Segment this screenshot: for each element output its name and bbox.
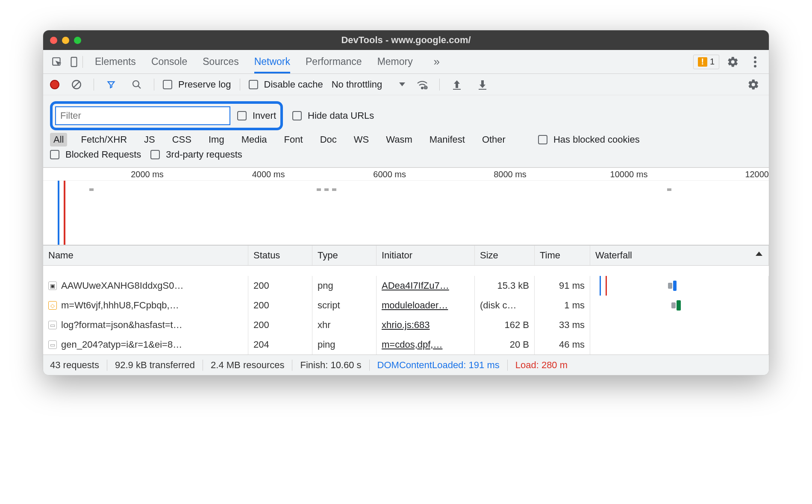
divider — [240, 79, 240, 91]
request-initiator[interactable]: xhrio.js:683 — [377, 315, 475, 335]
record-button[interactable] — [50, 76, 59, 93]
svg-rect-1 — [71, 57, 77, 67]
more-tabs-icon[interactable]: » — [428, 53, 445, 70]
request-initiator[interactable]: moduleloader… — [377, 296, 475, 315]
request-size: 162 B — [475, 315, 535, 335]
svg-rect-12 — [479, 89, 486, 90]
filter-type-img[interactable]: Img — [205, 133, 228, 147]
settings-icon[interactable] — [724, 53, 741, 70]
table-row[interactable]: ▭log?format=json&hasfast=t… 200 xhr xhri… — [43, 315, 769, 335]
search-icon[interactable] — [128, 76, 145, 93]
window-title: DevTools - www.google.com/ — [43, 35, 769, 46]
preserve-log-checkbox[interactable]: Preserve log — [163, 79, 231, 90]
tab-console[interactable]: Console — [151, 50, 187, 73]
warning-icon: ! — [698, 57, 707, 67]
table-row[interactable]: ◇m=Wt6vjf,hhhU8,FCpbqb,… 200 script modu… — [43, 296, 769, 315]
table-row[interactable]: ▣AAWUweXANHG8IddxgS0… 200 png ADea4I7IfZ… — [43, 276, 769, 296]
tab-elements[interactable]: Elements — [95, 50, 136, 73]
filter-type-doc[interactable]: Doc — [317, 133, 340, 147]
download-har-icon[interactable] — [474, 76, 491, 93]
col-waterfall-label: Waterfall — [595, 250, 632, 261]
filter-type-media[interactable]: Media — [238, 133, 271, 147]
disable-cache-label: Disable cache — [264, 79, 323, 90]
request-name: AAWUweXANHG8IddxgS0… — [61, 280, 184, 291]
blocked-requests-label: Blocked Requests — [65, 149, 141, 160]
request-status: 200 — [248, 296, 312, 315]
panel-tabs: Elements Console Sources Network Perform… — [95, 50, 445, 73]
tab-sources[interactable]: Sources — [203, 50, 238, 73]
overview-request-mark — [324, 188, 329, 191]
filter-type-row: All Fetch/XHR JS CSS Img Media Font Doc … — [50, 133, 762, 147]
inspect-icon[interactable] — [48, 53, 65, 70]
clear-icon[interactable] — [68, 76, 85, 93]
filter-type-wasm[interactable]: Wasm — [382, 133, 416, 147]
request-size: 20 B — [475, 335, 535, 355]
col-name[interactable]: Name — [43, 246, 248, 265]
network-conditions-icon[interactable] — [414, 76, 431, 93]
divider — [292, 360, 292, 371]
has-blocked-cookies-label: Has blocked cookies — [553, 134, 640, 145]
request-name: log?format=json&hasfast=t… — [61, 319, 182, 331]
filter-type-other[interactable]: Other — [479, 133, 509, 147]
throttling-select[interactable]: No throttling — [332, 79, 406, 90]
filter-input[interactable] — [55, 106, 230, 125]
request-type: script — [312, 296, 377, 315]
preserve-log-label: Preserve log — [178, 79, 231, 90]
col-size[interactable]: Size — [475, 246, 535, 265]
requests-table: Name Status Type Initiator Size Time Wat… — [43, 245, 769, 355]
col-status[interactable]: Status — [248, 246, 312, 265]
invert-checkbox[interactable]: Invert — [237, 110, 276, 121]
request-time: 33 ms — [535, 315, 590, 335]
dcl-marker — [58, 181, 59, 245]
tab-performance[interactable]: Performance — [306, 50, 362, 73]
filter-type-font[interactable]: Font — [281, 133, 306, 147]
checkbox-icon — [163, 80, 172, 89]
tab-network[interactable]: Network — [254, 50, 290, 73]
request-status: 200 — [248, 315, 312, 335]
device-toolbar-icon[interactable] — [65, 53, 82, 70]
third-party-requests-checkbox[interactable]: 3rd-party requests — [150, 149, 242, 160]
checkbox-icon — [249, 80, 258, 89]
filter-toggle-icon[interactable] — [103, 76, 120, 93]
tab-memory[interactable]: Memory — [377, 50, 413, 73]
col-time[interactable]: Time — [535, 246, 590, 265]
timeline-overview[interactable]: 2000 ms 4000 ms 6000 ms 8000 ms 10000 ms… — [43, 167, 769, 245]
filter-type-all[interactable]: All — [50, 133, 67, 147]
overview-request-mark — [332, 188, 336, 191]
filter-type-css[interactable]: CSS — [169, 133, 195, 147]
request-size: (disk c… — [475, 296, 535, 315]
divider — [107, 360, 107, 371]
disable-cache-checkbox[interactable]: Disable cache — [249, 79, 323, 90]
col-waterfall[interactable]: Waterfall — [590, 246, 769, 265]
request-type: png — [312, 276, 377, 296]
filter-type-manifest[interactable]: Manifest — [426, 133, 468, 147]
hide-data-urls-label: Hide data URLs — [308, 110, 374, 121]
network-settings-icon[interactable] — [745, 76, 762, 93]
request-time: 1 ms — [535, 296, 590, 315]
third-party-requests-label: 3rd-party requests — [166, 149, 242, 160]
table-row[interactable]: ▭gen_204?atyp=i&r=1&ei=8… 204 ping m=cdo… — [43, 335, 769, 355]
request-name: gen_204?atyp=i&r=1&ei=8… — [61, 339, 182, 350]
overview-graph[interactable] — [43, 181, 769, 245]
request-initiator[interactable]: m=cdos,dpf,… — [377, 335, 475, 355]
svg-point-3 — [754, 61, 756, 63]
col-initiator[interactable]: Initiator — [377, 246, 475, 265]
svg-point-7 — [133, 81, 139, 87]
divider — [369, 360, 370, 371]
request-time: 91 ms — [535, 276, 590, 296]
request-initiator[interactable]: ADea4I7IfZu7… — [377, 276, 475, 296]
has-blocked-cookies-checkbox[interactable]: Has blocked cookies — [538, 134, 640, 145]
divider — [203, 360, 203, 371]
load-marker — [64, 181, 65, 245]
filter-type-ws[interactable]: WS — [350, 133, 372, 147]
blocked-requests-checkbox[interactable]: Blocked Requests — [50, 149, 141, 160]
hide-data-urls-checkbox[interactable]: Hide data URLs — [292, 110, 374, 121]
filter-type-fetch-xhr[interactable]: Fetch/XHR — [77, 133, 130, 147]
upload-har-icon[interactable] — [448, 76, 465, 93]
warnings-badge[interactable]: ! 1 — [693, 55, 719, 69]
network-toolbar: Preserve log Disable cache No throttling — [43, 74, 769, 95]
kebab-menu-icon[interactable] — [747, 53, 764, 70]
checkbox-icon — [150, 150, 160, 159]
filter-type-js[interactable]: JS — [141, 133, 159, 147]
col-type[interactable]: Type — [312, 246, 377, 265]
